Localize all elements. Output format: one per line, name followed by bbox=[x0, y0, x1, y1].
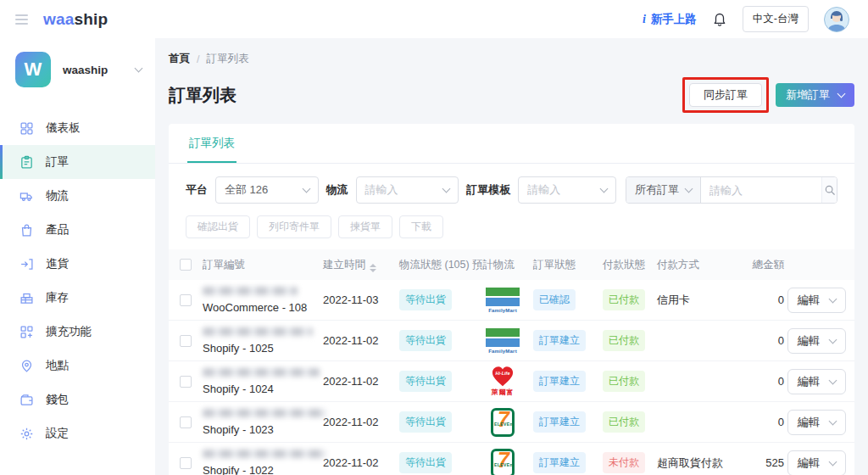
inventory-icon bbox=[19, 291, 34, 305]
hilife-logo: Hi-Life 萊爾富 bbox=[491, 366, 515, 397]
onboarding-label: 新手上路 bbox=[651, 12, 697, 27]
order-created: 2022-11-02 bbox=[323, 456, 399, 469]
hamburger-menu-icon[interactable] bbox=[12, 11, 31, 28]
topbar: waaship i 新手上路 中文-台灣 bbox=[0, 0, 868, 38]
payment-status-badge: 已付款 bbox=[603, 289, 645, 310]
language-selector[interactable]: 中文-台灣 bbox=[743, 6, 809, 32]
page-title: 訂單列表 bbox=[169, 84, 236, 107]
breadcrumb-home[interactable]: 首頁 bbox=[169, 52, 190, 66]
col-payment-status: 付款狀態 bbox=[603, 258, 657, 272]
svg-text:Hi-Life: Hi-Life bbox=[496, 371, 510, 376]
edit-button[interactable]: 編輯 bbox=[787, 369, 846, 394]
sidebar-item-wallet[interactable]: 錢包 bbox=[0, 383, 155, 416]
notification-bell-icon[interactable] bbox=[712, 11, 727, 27]
sidebar-item-orders[interactable]: 訂單 bbox=[0, 145, 155, 179]
edit-button[interactable]: 編輯 bbox=[787, 288, 846, 313]
products-icon bbox=[19, 223, 34, 238]
order-template-select[interactable]: 請輸入 bbox=[518, 176, 616, 204]
table-header-row: 訂單編號 建立時間 物流狀態 (105) 預計物流 訂單狀態 付款狀態 付款方式… bbox=[169, 249, 854, 280]
sidebar-item-dashboard[interactable]: 儀表板 bbox=[0, 111, 155, 145]
workspace-logo: W bbox=[15, 52, 51, 87]
workspace-name: waaship bbox=[63, 64, 124, 76]
col-payment-method: 付款方式 bbox=[657, 258, 735, 272]
order-total: 525 bbox=[735, 456, 784, 469]
order-created: 2022-11-02 bbox=[323, 375, 399, 388]
payment-status-badge: 已付款 bbox=[603, 411, 645, 433]
sidebar-item-label: 錢包 bbox=[46, 392, 69, 407]
search-scope-dropdown[interactable]: 所有訂單 bbox=[626, 177, 701, 203]
order-status-badge: 已確認 bbox=[533, 289, 576, 310]
logo-part1: waa bbox=[43, 10, 75, 28]
table-row: Shopify - 1024 2022-11-02 等待出貨 Hi-Life 萊… bbox=[169, 361, 854, 402]
sidebar-item-logistics[interactable]: 物流 bbox=[0, 179, 155, 213]
sidebar-item-inventory[interactable]: 庫存 bbox=[0, 281, 155, 315]
template-select-placeholder: 請輸入 bbox=[527, 182, 560, 198]
edit-button[interactable]: 編輯 bbox=[787, 450, 846, 475]
sidebar-item-label: 擴充功能 bbox=[46, 324, 92, 339]
user-avatar[interactable] bbox=[824, 7, 849, 32]
table-row: Shopify - 1025 2022-11-02 等待出貨 FamilyMar… bbox=[169, 321, 854, 361]
confirm-ship-button[interactable]: 確認出貨 bbox=[186, 215, 250, 238]
sidebar-item-products[interactable]: 產品 bbox=[0, 213, 155, 247]
row-checkbox[interactable] bbox=[180, 294, 192, 306]
tab-order-list[interactable]: 訂單列表 bbox=[187, 124, 236, 163]
edit-button[interactable]: 編輯 bbox=[787, 328, 846, 354]
workspace-switcher[interactable]: W waaship bbox=[0, 38, 155, 103]
row-checkbox[interactable] bbox=[180, 376, 192, 388]
seven-eleven-logo: 7ELEVEn bbox=[491, 408, 515, 437]
sort-icon[interactable] bbox=[370, 264, 376, 272]
row-checkbox[interactable] bbox=[180, 457, 192, 469]
dashboard-icon bbox=[19, 121, 34, 136]
search-button[interactable] bbox=[821, 177, 837, 203]
select-all-checkbox[interactable] bbox=[180, 259, 192, 271]
template-filter-label: 訂單模板 bbox=[466, 182, 510, 198]
print-label-button[interactable]: 列印寄件單 bbox=[257, 215, 331, 238]
logo-part2: ship bbox=[75, 10, 108, 28]
info-icon: i bbox=[643, 13, 646, 26]
sidebar-item-label: 地點 bbox=[46, 358, 69, 373]
sidebar-item-extensions[interactable]: 擴充功能 bbox=[0, 315, 155, 349]
onboarding-link[interactable]: i 新手上路 bbox=[643, 12, 697, 27]
bulk-actions: 確認出貨 列印寄件單 揀貨單 下載 bbox=[169, 210, 854, 249]
add-order-button[interactable]: 新增訂單 bbox=[776, 83, 854, 107]
app-logo[interactable]: waaship bbox=[43, 10, 108, 29]
sidebar-item-label: 設定 bbox=[46, 426, 69, 441]
platform-select[interactable]: 全部 126 bbox=[215, 176, 319, 204]
platform-select-value: 全部 126 bbox=[225, 182, 268, 198]
download-button[interactable]: 下載 bbox=[399, 215, 443, 238]
seven-eleven-logo: 7ELEVEn bbox=[491, 449, 515, 475]
col-expected-logistics: 預計物流 bbox=[472, 258, 533, 272]
picking-list-button[interactable]: 揀貨單 bbox=[338, 215, 392, 238]
annotation-highlight-box: 同步訂單 bbox=[682, 77, 769, 113]
platform-filter-label: 平台 bbox=[186, 182, 208, 198]
logistics-select[interactable]: 請輸入 bbox=[356, 176, 459, 204]
sync-orders-button[interactable]: 同步訂單 bbox=[689, 83, 762, 107]
breadcrumb-current: 訂單列表 bbox=[206, 52, 248, 66]
order-total: 0 bbox=[735, 334, 784, 347]
order-status-badge: 訂單建立 bbox=[533, 452, 586, 473]
payment-method: 超商取貨付款 bbox=[657, 455, 735, 471]
row-checkbox[interactable] bbox=[180, 416, 192, 428]
col-created-time[interactable]: 建立時間 bbox=[323, 258, 399, 272]
sidebar-item-label: 庫存 bbox=[46, 290, 69, 305]
table-row: Shopify - 1023 2022-11-02 等待出貨 7ELEVEn 訂… bbox=[169, 402, 854, 443]
edit-button[interactable]: 編輯 bbox=[787, 410, 846, 435]
logistics-status-badge: 等待出貨 bbox=[399, 330, 452, 351]
order-channel: Shopify - 1024 bbox=[203, 383, 323, 395]
redacted-order-number bbox=[203, 327, 313, 336]
payment-status-badge: 已付款 bbox=[603, 371, 645, 392]
row-checkbox[interactable] bbox=[180, 335, 192, 347]
chevron-down-icon bbox=[837, 90, 846, 98]
sidebar-item-incoming[interactable]: 進貨 bbox=[0, 247, 155, 281]
orders-card: 訂單列表 平台 全部 126 物流 請輸入 訂單模板 請輸入 bbox=[169, 124, 854, 475]
orders-icon bbox=[19, 155, 34, 170]
breadcrumb-separator: / bbox=[197, 53, 199, 65]
table-row: WooCommerce - 108 2022-11-03 等待出貨 Family… bbox=[169, 280, 854, 321]
sidebar-item-settings[interactable]: 設定 bbox=[0, 416, 155, 450]
filter-bar: 平台 全部 126 物流 請輸入 訂單模板 請輸入 所有訂單 bbox=[169, 164, 854, 210]
order-search-input[interactable] bbox=[701, 177, 821, 203]
sidebar-item-locations[interactable]: 地點 bbox=[0, 349, 155, 383]
chevron-down-icon bbox=[600, 185, 609, 193]
col-order-number: 訂單編號 bbox=[203, 258, 323, 272]
logistics-icon bbox=[19, 189, 34, 204]
